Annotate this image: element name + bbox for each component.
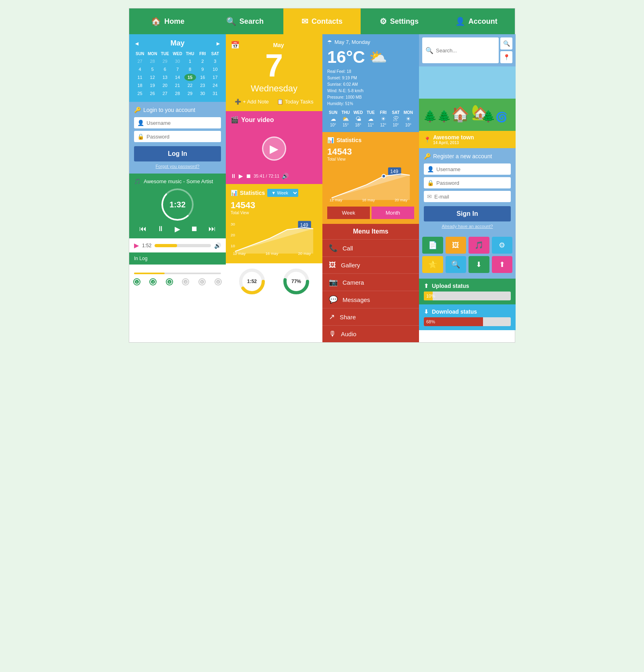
cal-day[interactable]: 24 xyxy=(209,82,221,89)
music-prev[interactable]: ⏮ xyxy=(139,225,147,234)
cal-day[interactable]: 6 xyxy=(159,66,171,73)
cal-day[interactable]: 19 xyxy=(147,82,158,89)
video-stop-btn[interactable]: ⏹ xyxy=(246,173,251,179)
cal-day[interactable]: 12 xyxy=(147,74,158,81)
cal-day[interactable]: 23 xyxy=(197,82,208,89)
register-username-row[interactable]: 👤 xyxy=(424,163,511,175)
icon-star[interactable]: ⭐ xyxy=(422,256,443,273)
cal-day[interactable]: 8 xyxy=(184,66,196,73)
stats-week-dropdown[interactable]: ▼ Week ▼ Month xyxy=(267,189,298,197)
month-btn[interactable]: Month xyxy=(372,207,414,219)
slider-dot-5[interactable]: 5 xyxy=(199,279,205,285)
register-email-row[interactable]: ✉ xyxy=(424,191,511,202)
volume-icon[interactable]: 🔊 xyxy=(214,242,221,249)
username-input[interactable] xyxy=(147,120,218,126)
cal-day[interactable]: 29 xyxy=(159,58,171,65)
slider-track[interactable] xyxy=(134,273,221,274)
sign-in-button[interactable]: Sign In xyxy=(424,206,511,221)
cal-day[interactable]: 11 xyxy=(134,74,146,81)
icon-settings[interactable]: ⚙ xyxy=(492,237,513,254)
cal-day[interactable]: 10 xyxy=(209,66,221,73)
cal-day[interactable]: 28 xyxy=(147,58,158,65)
slider-dot-1[interactable]: 1 xyxy=(134,279,140,285)
cal-day[interactable]: 2 xyxy=(197,58,208,65)
slider-dot-2[interactable]: 2 xyxy=(150,279,156,285)
register-username-input[interactable] xyxy=(436,166,508,172)
search-input[interactable] xyxy=(436,48,495,54)
map-icon-btn-2[interactable]: 📍 xyxy=(500,51,512,63)
password-input-row[interactable]: 🔒 xyxy=(134,131,221,142)
progress-bar[interactable] xyxy=(155,244,211,247)
cal-day-today[interactable]: 15 xyxy=(184,74,196,81)
music-pause[interactable]: ⏸ xyxy=(157,225,164,234)
cal-day[interactable]: 27 xyxy=(134,58,146,65)
today-tasks-btn[interactable]: 📋 Today Tasks xyxy=(277,99,314,105)
icon-gallery[interactable]: 🖼 xyxy=(446,237,466,254)
nav-settings[interactable]: ⚙ Settings xyxy=(361,8,438,34)
username-input-row[interactable]: 👤 xyxy=(134,117,221,128)
cal-day[interactable]: 28 xyxy=(171,90,183,97)
cal-next[interactable]: ► xyxy=(215,40,221,47)
nav-home[interactable]: 🏠 Home xyxy=(129,8,206,34)
menu-share[interactable]: ↗ Share xyxy=(322,308,419,325)
nav-account[interactable]: 👤 Account xyxy=(438,8,515,34)
share-icon: ↗ xyxy=(329,312,335,321)
cal-day[interactable]: 27 xyxy=(159,90,171,97)
icon-download[interactable]: ⬇ xyxy=(469,256,489,273)
login-button[interactable]: Log In xyxy=(134,146,221,161)
icon-music[interactable]: 🎵 xyxy=(469,237,489,254)
menu-camera[interactable]: 📷 Camera xyxy=(322,273,419,291)
forgot-password-link[interactable]: Forgot you password? xyxy=(134,164,221,169)
search-input-area[interactable]: 🔍 xyxy=(422,37,499,63)
cal-day[interactable]: 1 xyxy=(184,58,196,65)
icon-search[interactable]: 🔍 xyxy=(446,256,466,273)
menu-messages[interactable]: 💬 Messages xyxy=(322,291,419,308)
cal-day[interactable]: 4 xyxy=(134,66,146,73)
video-play-btn[interactable]: ▶ xyxy=(262,136,286,161)
cal-day[interactable]: 30 xyxy=(197,90,208,97)
menu-audio[interactable]: 🎙 Audio xyxy=(322,325,419,342)
slider-dot-3[interactable]: 3 xyxy=(167,279,172,285)
music-next[interactable]: ⏭ xyxy=(208,225,216,234)
register-password-row[interactable]: 🔒 xyxy=(424,177,511,188)
slider-dot-6[interactable]: 6 xyxy=(215,279,221,285)
cal-day[interactable]: 14 xyxy=(171,74,183,81)
nav-search[interactable]: 🔍 Search xyxy=(206,8,284,34)
video-volume-btn[interactable]: 🔊 xyxy=(282,173,289,179)
cal-day[interactable]: 17 xyxy=(209,74,221,81)
cal-day[interactable]: 25 xyxy=(134,90,146,97)
cal-day[interactable]: 18 xyxy=(134,82,146,89)
menu-call[interactable]: 📞 Call xyxy=(322,239,419,256)
icon-upload[interactable]: ⬆ xyxy=(492,256,513,273)
music-stop[interactable]: ⏹ xyxy=(191,225,198,234)
week-btn[interactable]: Week xyxy=(327,207,370,219)
video-play-ctrl[interactable]: ▶ xyxy=(239,173,243,179)
cal-day[interactable]: 31 xyxy=(209,90,221,97)
cal-day[interactable]: 13 xyxy=(159,74,171,81)
cal-day[interactable]: 5 xyxy=(147,66,158,73)
cal-day[interactable]: 22 xyxy=(184,82,196,89)
cal-day[interactable]: 3 xyxy=(209,58,221,65)
already-account-link[interactable]: Already have an account? xyxy=(424,224,511,229)
add-note-btn[interactable]: ➕ + Add Note xyxy=(235,99,269,105)
menu-gallery[interactable]: 🖼 Gallery xyxy=(322,256,419,273)
slider-dot-4[interactable]: 4 xyxy=(183,279,188,285)
cal-day[interactable]: 20 xyxy=(159,82,171,89)
register-password-input[interactable] xyxy=(436,180,508,186)
video-pause-btn[interactable]: ⏸ xyxy=(231,173,236,179)
password-input[interactable] xyxy=(147,134,218,140)
map-icon-btn-1[interactable]: 🔍 xyxy=(500,37,512,50)
icon-doc[interactable]: 📄 xyxy=(422,237,443,254)
cal-day[interactable]: 30 xyxy=(171,58,183,65)
cal-day[interactable]: 9 xyxy=(197,66,208,73)
cal-day[interactable]: 7 xyxy=(171,66,183,73)
cal-day[interactable]: 16 xyxy=(197,74,208,81)
cal-day[interactable]: 26 xyxy=(147,90,158,97)
cal-day[interactable]: 21 xyxy=(171,82,183,89)
cal-day[interactable]: 29 xyxy=(184,90,196,97)
play-icon-small[interactable]: ▶ xyxy=(134,242,139,249)
register-email-input[interactable] xyxy=(434,194,508,200)
nav-contacts[interactable]: ✉ Contacts xyxy=(283,8,361,34)
cal-prev[interactable]: ◄ xyxy=(134,40,140,47)
music-play[interactable]: ▶ xyxy=(175,225,180,234)
